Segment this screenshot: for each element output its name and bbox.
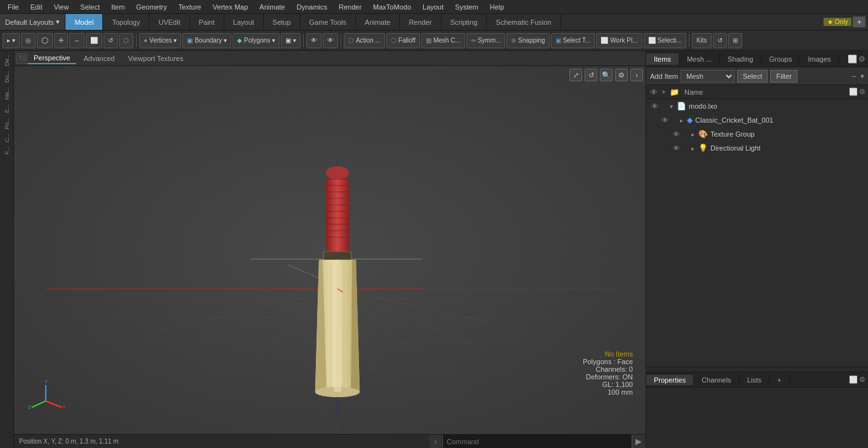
viewport-3d[interactable]: No Items Polygons : Face Channels: 0 Def…	[14, 66, 646, 434]
snapping-button[interactable]: ⊕ Snapping	[506, 33, 549, 48]
zoom-icon[interactable]: 🔍	[600, 69, 613, 81]
sidebar-item-c[interactable]: C...	[4, 132, 10, 144]
command-execute-button[interactable]: ▶	[632, 435, 646, 448]
selection-button[interactable]: ⬜ Selecti...	[644, 33, 686, 48]
layout-tab-render[interactable]: Render	[400, 14, 441, 30]
mode-dropdown[interactable]: ▣ ▾	[281, 33, 301, 48]
eye-button[interactable]: 👁	[306, 33, 322, 48]
tab-channels[interactable]: Channels	[694, 375, 739, 385]
select-button[interactable]: Select	[737, 70, 768, 83]
boundary-button[interactable]: ▣ Boundary ▾	[182, 33, 231, 48]
eye-toggle-modo[interactable]: 👁	[649, 102, 660, 110]
sidebar-item-de[interactable]: De...	[4, 52, 10, 68]
menu-layout[interactable]: Layout	[417, 2, 449, 12]
sidebar-item-du[interactable]: Du...	[4, 69, 10, 85]
grid-button[interactable]: ⊞	[728, 33, 742, 48]
vertices-button[interactable]: ● Vertices ▾	[139, 33, 181, 48]
add-item-select[interactable]: Mesh Camera Light	[681, 70, 735, 83]
tree-item-directional-light[interactable]: 👁 ▸ 💡 Directional Light	[646, 141, 868, 155]
expand-icon[interactable]: ⤢	[569, 69, 582, 81]
kits-button[interactable]: Kits	[692, 33, 712, 48]
circle-select-button[interactable]: ◎	[21, 33, 36, 48]
items-scrollbar[interactable]	[646, 367, 868, 372]
reset-icon[interactable]: ↺	[585, 69, 597, 81]
mesh-button[interactable]: ▦ Mesh C...	[421, 33, 465, 48]
layout-tab-paint[interactable]: Paint	[190, 14, 224, 30]
menu-dynamics[interactable]: Dynamics	[292, 2, 332, 12]
tab-images[interactable]: Images	[800, 53, 839, 65]
settings-icon[interactable]: ⚙	[615, 69, 628, 81]
expand-panel-icon[interactable]: ⬜	[848, 55, 857, 64]
move-button[interactable]: ↔	[69, 33, 85, 48]
settings-props-icon[interactable]: ⚙	[859, 376, 865, 384]
sidebar-item-f[interactable]: F...	[4, 145, 10, 156]
tab-properties[interactable]: Properties	[646, 375, 694, 385]
minus-icon[interactable]: −	[850, 71, 858, 81]
tab-groups[interactable]: Groups	[761, 53, 800, 65]
panel-arrow[interactable]: ›	[430, 435, 442, 448]
scale-button[interactable]: ⬜	[86, 33, 102, 48]
tab-viewport-textures[interactable]: Viewport Textures	[121, 53, 189, 64]
work-plane-button[interactable]: ⬜ Work Pl...	[596, 33, 642, 48]
add-icon[interactable]: +	[660, 88, 667, 97]
lasso-button[interactable]: ⬡	[37, 33, 53, 48]
items-tree[interactable]: 👁 ▾ 📄 modo.lxo 👁 ▸ ◆ Classic_Cricket_Bat…	[646, 99, 868, 233]
falloff-button[interactable]: ⬡ Falloff	[386, 33, 420, 48]
menu-render[interactable]: Render	[334, 2, 367, 12]
settings-list-icon[interactable]: ⚙	[859, 88, 865, 96]
menu-system[interactable]: System	[450, 2, 484, 12]
recycle-button[interactable]: ↺	[713, 33, 727, 48]
transform-button[interactable]: ✛	[54, 33, 68, 48]
layout-tab-model[interactable]: Model	[65, 14, 103, 30]
eye2-button[interactable]: 👁	[323, 33, 338, 48]
chevron-down-panel[interactable]: ▾	[860, 72, 864, 81]
menu-file[interactable]: File	[3, 2, 24, 12]
action-button[interactable]: ⬡ Action ...	[344, 33, 385, 48]
menu-select[interactable]: Select	[75, 2, 105, 12]
layout-tab-scripting[interactable]: Scripting	[442, 14, 487, 30]
menu-vertex-map[interactable]: Vertex Map	[208, 2, 254, 12]
sidebar-item-me[interactable]: Me...	[4, 85, 10, 102]
chevron-right-icon[interactable]: ›	[630, 69, 643, 81]
eye-toggle-light[interactable]: 👁	[670, 144, 682, 152]
layout-tab-gametools[interactable]: Game Tools	[301, 14, 356, 30]
viewport-toggle[interactable]: ⬛	[17, 53, 27, 64]
tab-lists[interactable]: Lists	[740, 375, 770, 385]
expander-modo[interactable]: ▾	[667, 103, 675, 110]
menu-texture[interactable]: Texture	[173, 2, 207, 12]
tab-perspective[interactable]: Perspective	[27, 53, 76, 64]
select-t-button[interactable]: ▣ Select T...	[551, 33, 595, 48]
command-input[interactable]	[442, 435, 632, 448]
menu-help[interactable]: Help	[485, 2, 510, 12]
expand-props-icon[interactable]: ⬜	[849, 376, 858, 384]
tab-items[interactable]: Items	[646, 53, 679, 65]
rotate-button[interactable]: ↺	[104, 33, 118, 48]
expander-bat[interactable]: ▸	[677, 117, 686, 124]
settings-panel-icon[interactable]: ⚙	[858, 55, 865, 64]
shield-button[interactable]: ⬡	[119, 33, 133, 48]
menu-maxtomodo[interactable]: MaxToModo	[368, 2, 416, 12]
tree-item-texture-group[interactable]: 👁 ▸ 🎨 Texture Group	[646, 127, 868, 141]
symmetry-button[interactable]: ⇔ Symm...	[466, 33, 506, 48]
expander-texture[interactable]: ▸	[688, 131, 697, 138]
select-mode-button[interactable]: ▸ ▾	[3, 33, 20, 48]
sidebar-item-po[interactable]: Po...	[4, 116, 10, 132]
menu-edit[interactable]: Edit	[25, 2, 48, 12]
add-layout-button[interactable]: +	[853, 17, 865, 27]
tab-shading[interactable]: Shading	[720, 53, 761, 65]
layout-selector[interactable]: Default Layouts ▾	[0, 14, 65, 30]
tab-plus[interactable]: +	[770, 375, 789, 385]
eye-toggle-texture[interactable]: 👁	[670, 130, 682, 138]
expand-list-icon[interactable]: ⬜	[849, 88, 858, 96]
menu-geometry[interactable]: Geometry	[131, 2, 172, 12]
expander-light[interactable]: ▸	[688, 145, 697, 152]
folder-icon[interactable]: 📁	[668, 88, 681, 97]
menu-item[interactable]: Item	[106, 2, 130, 12]
filter-button[interactable]: Filter	[770, 70, 797, 83]
tab-mesh[interactable]: Mesh ...	[679, 53, 720, 65]
polygons-button[interactable]: ◆ Polygons ▾	[233, 33, 280, 48]
layout-tab-layout[interactable]: Layout	[224, 14, 264, 30]
menu-animate[interactable]: Animate	[254, 2, 290, 12]
layout-tab-animate[interactable]: Animate	[356, 14, 400, 30]
tree-item-cricket-bat[interactable]: 👁 ▸ ◆ Classic_Cricket_Bat_001	[646, 113, 868, 127]
